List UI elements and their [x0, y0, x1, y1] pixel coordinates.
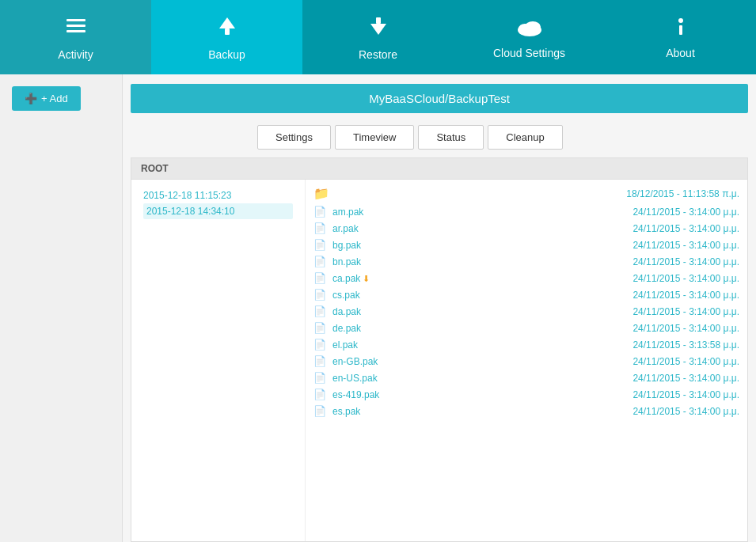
restore-icon	[366, 14, 391, 44]
backup-icon	[215, 14, 240, 44]
file-icon: 📄	[313, 355, 329, 367]
file-date: 24/11/2015 - 3:14:00 μ.μ.	[605, 240, 739, 251]
tabs: SettingsTimeviewStatusCleanup	[257, 125, 748, 150]
svg-rect-0	[66, 19, 85, 21]
tab-status[interactable]: Status	[418, 125, 484, 150]
date-entry[interactable]: 2015-12-18 11:15:23	[143, 188, 293, 203]
file-name: am.pak	[329, 207, 605, 218]
files-panel: 📁 18/12/2015 - 11:13:58 π.μ. 📄 am.pak 24…	[306, 180, 747, 541]
file-icon: 📄	[313, 256, 329, 267]
file-date: 24/11/2015 - 3:14:00 μ.μ.	[605, 273, 739, 284]
date-entry[interactable]: 2015-12-18 14:34:10	[143, 203, 293, 219]
svg-rect-11	[679, 25, 682, 35]
file-date: 24/11/2015 - 3:14:00 μ.μ.	[605, 356, 739, 367]
sidebar: ➕ + Add	[0, 74, 123, 542]
file-date: 24/11/2015 - 3:14:00 μ.μ.	[605, 256, 739, 267]
cloud-settings-icon	[515, 16, 544, 42]
about-icon	[670, 16, 692, 42]
nav-label-activity: Activity	[58, 48, 93, 61]
file-icon: 📄	[313, 222, 329, 234]
activity-icon	[63, 14, 89, 44]
tab-cleanup[interactable]: Cleanup	[488, 125, 562, 150]
file-date: 24/11/2015 - 3:14:00 μ.μ.	[605, 389, 739, 400]
svg-rect-6	[376, 17, 381, 24]
nav-label-backup: Backup	[208, 48, 245, 61]
content-area: MyBaaSCloud/BackupTest SettingsTimeviewS…	[123, 74, 756, 542]
add-button[interactable]: ➕ + Add	[12, 86, 81, 111]
file-icon: 📄	[313, 339, 329, 351]
root-bar: ROOT	[131, 158, 747, 180]
list-item[interactable]: 📄 am.pak 24/11/2015 - 3:14:00 μ.μ.	[306, 203, 747, 220]
top-nav: Activity Backup Restore Cloud Settings A…	[0, 0, 756, 74]
nav-label-restore: Restore	[359, 48, 397, 61]
dates-panel: 2015-12-18 11:15:232015-12-18 14:34:10	[131, 180, 306, 541]
file-name: bg.pak	[329, 240, 605, 251]
list-item[interactable]: 📄 da.pak 24/11/2015 - 3:14:00 μ.μ.	[306, 303, 747, 320]
svg-rect-4	[225, 28, 230, 35]
file-date: 24/11/2015 - 3:14:00 μ.μ.	[605, 306, 739, 317]
file-name: ca.pak⬇	[329, 273, 605, 284]
file-browser: ROOT 2015-12-18 11:15:232015-12-18 14:34…	[131, 157, 748, 542]
file-icon: 📄	[313, 322, 329, 334]
tab-settings[interactable]: Settings	[257, 125, 331, 150]
file-name: bn.pak	[329, 256, 605, 267]
file-name: el.pak	[329, 339, 605, 351]
list-item[interactable]: 📄 es-419.pak 24/11/2015 - 3:14:00 μ.μ.	[306, 386, 747, 403]
nav-label-about: About	[666, 47, 695, 59]
list-item[interactable]: 📄 de.pak 24/11/2015 - 3:14:00 μ.μ.	[306, 320, 747, 336]
list-item[interactable]: 📁 18/12/2015 - 11:13:58 π.μ.	[306, 184, 747, 203]
svg-marker-3	[219, 17, 235, 28]
root-label: ROOT	[141, 163, 169, 174]
file-icon: 📄	[313, 206, 329, 218]
list-item[interactable]: 📄 es.pak 24/11/2015 - 3:14:00 μ.μ.	[306, 403, 747, 419]
file-date: 24/11/2015 - 3:14:00 μ.μ.	[605, 373, 739, 384]
list-item[interactable]: 📄 en-GB.pak 24/11/2015 - 3:14:00 μ.μ.	[306, 353, 747, 370]
list-item[interactable]: 📄 ar.pak 24/11/2015 - 3:14:00 μ.μ.	[306, 220, 747, 237]
file-date: 24/11/2015 - 3:14:00 μ.μ.	[605, 290, 739, 301]
file-date: 24/11/2015 - 3:14:00 μ.μ.	[605, 223, 739, 234]
file-name: en-US.pak	[329, 373, 605, 384]
nav-item-restore[interactable]: Restore	[302, 0, 454, 74]
add-button-label: + Add	[41, 93, 68, 104]
list-item[interactable]: 📄 el.pak 24/11/2015 - 3:13:58 μ.μ.	[306, 336, 747, 353]
file-date: 24/11/2015 - 3:14:00 μ.μ.	[605, 406, 739, 417]
file-date: 24/11/2015 - 3:14:00 μ.μ.	[605, 207, 739, 218]
file-icon: 📄	[313, 289, 329, 301]
file-name: es.pak	[329, 406, 605, 417]
list-item[interactable]: 📄 bg.pak 24/11/2015 - 3:14:00 μ.μ.	[306, 237, 747, 253]
file-date: 18/12/2015 - 11:13:58 π.μ.	[605, 188, 739, 199]
svg-rect-1	[66, 25, 85, 27]
nav-item-about[interactable]: About	[605, 0, 756, 74]
svg-point-9	[525, 21, 541, 32]
list-item[interactable]: 📄 bn.pak 24/11/2015 - 3:14:00 μ.μ.	[306, 253, 747, 270]
tab-timeview[interactable]: Timeview	[335, 125, 414, 150]
nav-item-activity[interactable]: Activity	[0, 0, 151, 74]
file-date: 24/11/2015 - 3:13:58 μ.μ.	[605, 339, 739, 351]
file-name: da.pak	[329, 306, 605, 317]
list-item[interactable]: 📄 en-US.pak 24/11/2015 - 3:14:00 μ.μ.	[306, 370, 747, 386]
file-name: en-GB.pak	[329, 356, 605, 367]
folder-icon: 📁	[313, 186, 329, 201]
file-icon: 📄	[313, 405, 329, 417]
svg-rect-2	[66, 30, 85, 32]
download-icon: ⬇	[363, 274, 370, 283]
file-icon: 📄	[313, 272, 329, 284]
path-text: MyBaaSCloud/BackupTest	[369, 92, 510, 105]
nav-item-cloud-settings[interactable]: Cloud Settings	[454, 0, 605, 74]
svg-point-10	[678, 18, 683, 23]
file-icon: 📄	[313, 239, 329, 251]
file-name: de.pak	[329, 323, 605, 334]
path-bar: MyBaaSCloud/BackupTest	[131, 84, 748, 113]
file-name: ar.pak	[329, 223, 605, 234]
file-name: cs.pak	[329, 290, 605, 301]
file-icon: 📄	[313, 372, 329, 384]
plus-icon: ➕	[25, 93, 37, 104]
svg-marker-5	[370, 24, 386, 35]
file-icon: 📄	[313, 388, 329, 400]
nav-label-cloud-settings: Cloud Settings	[493, 47, 565, 59]
list-item[interactable]: 📄 cs.pak 24/11/2015 - 3:14:00 μ.μ.	[306, 286, 747, 303]
nav-item-backup[interactable]: Backup	[151, 0, 302, 74]
file-date: 24/11/2015 - 3:14:00 μ.μ.	[605, 323, 739, 334]
list-item[interactable]: 📄 ca.pak⬇ 24/11/2015 - 3:14:00 μ.μ.	[306, 270, 747, 286]
file-icon: 📄	[313, 305, 329, 317]
